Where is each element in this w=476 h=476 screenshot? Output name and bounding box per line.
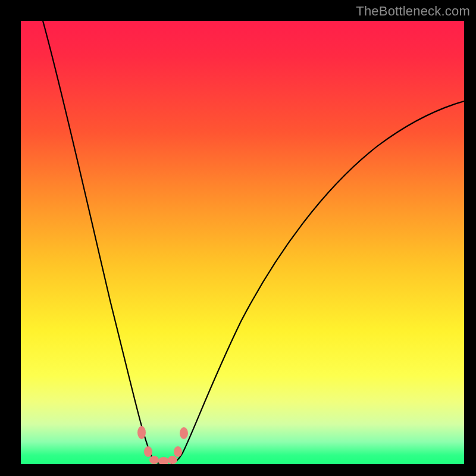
watermark-text: TheBottleneck.com	[356, 4, 470, 19]
data-markers	[137, 426, 188, 464]
plot-area	[21, 21, 464, 464]
curve-layer	[21, 21, 464, 464]
marker-right-bottom	[174, 446, 182, 457]
marker-bottom-c	[168, 456, 177, 464]
marker-left-bottom	[144, 446, 152, 457]
marker-left-top	[137, 426, 146, 439]
marker-bottom-b	[158, 457, 169, 464]
curve-left-branch	[43, 21, 161, 464]
curve-right-branch	[171, 101, 464, 464]
marker-bottom-a	[149, 456, 159, 464]
outer-frame: TheBottleneck.com	[0, 0, 476, 476]
marker-right-top	[180, 427, 188, 439]
